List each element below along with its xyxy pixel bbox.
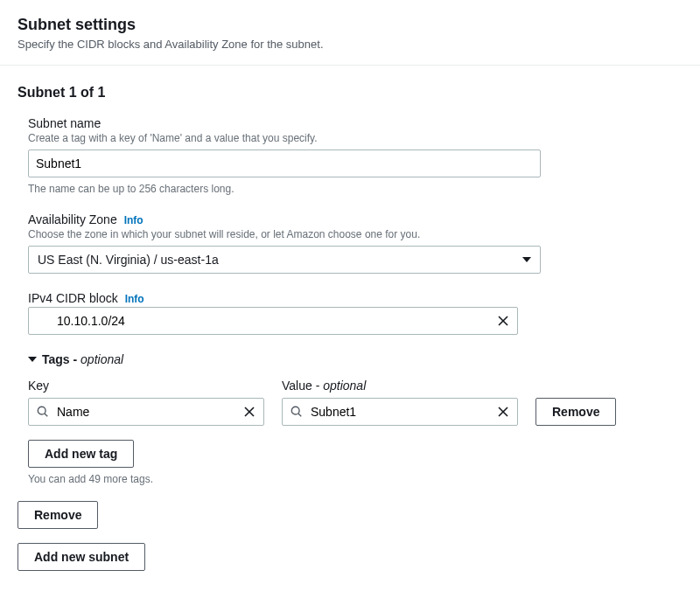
page-header: Subnet settings Specify the CIDR blocks … (0, 0, 700, 66)
svg-line-9 (298, 414, 301, 416)
tag-key-input[interactable] (28, 398, 264, 426)
chevron-down-icon (28, 357, 37, 362)
tags-toggle[interactable]: Tags - optional (18, 352, 682, 366)
az-select[interactable]: US East (N. Virginia) / us-east-1a (28, 246, 541, 274)
subnet-name-help: Create a tag with a key of 'Name' and a … (28, 132, 682, 144)
page-title: Subnet settings (18, 16, 682, 34)
clear-icon[interactable] (497, 315, 509, 327)
search-icon (290, 406, 303, 418)
tag-value-optional: optional (323, 379, 366, 393)
cidr-input[interactable] (28, 307, 518, 335)
cidr-field: IPv4 CIDR block Info (18, 291, 682, 335)
subnet-name-input[interactable] (28, 150, 541, 177)
remove-subnet-button[interactable]: Remove (18, 501, 98, 529)
svg-point-4 (38, 407, 46, 414)
chevron-down-icon (522, 257, 531, 262)
az-label: Availability Zone (28, 212, 117, 226)
tag-limit-note: You can add 49 more tags. (28, 473, 682, 485)
page-subtitle: Specify the CIDR blocks and Availability… (18, 38, 682, 51)
tags-optional: optional (80, 352, 123, 366)
tag-value-label: Value - (282, 379, 323, 393)
subnet-name-label: Subnet name (28, 116, 682, 130)
tag-value-input[interactable] (282, 398, 518, 426)
cidr-info-link[interactable]: Info (125, 293, 144, 305)
add-subnet-button[interactable]: Add new subnet (18, 543, 145, 571)
subnet-counter: Subnet 1 of 1 (18, 85, 682, 101)
cidr-label: IPv4 CIDR block (28, 291, 118, 305)
tags-label: Tags - (42, 352, 80, 366)
az-help: Choose the zone in which your subnet wil… (28, 228, 682, 240)
clear-icon[interactable] (243, 406, 256, 418)
add-tag-button[interactable]: Add new tag (28, 440, 134, 468)
search-icon (37, 406, 49, 418)
svg-point-8 (291, 407, 299, 414)
remove-tag-button[interactable]: Remove (536, 398, 616, 426)
clear-icon[interactable] (497, 406, 509, 418)
az-info-link[interactable]: Info (124, 214, 144, 226)
subnet-name-field: Subnet name Create a tag with a key of '… (18, 116, 682, 195)
az-field: Availability Zone Info Choose the zone i… (18, 212, 682, 274)
svg-line-5 (45, 414, 47, 416)
subnet-section: Subnet 1 of 1 Subnet name Create a tag w… (0, 66, 700, 588)
tag-row: Remove (18, 398, 682, 426)
az-select-value: US East (N. Virginia) / us-east-1a (38, 253, 219, 267)
subnet-name-note: The name can be up to 256 characters lon… (28, 183, 682, 195)
tag-column-labels: Key Value - optional (18, 379, 682, 393)
tag-key-label: Key (28, 379, 264, 393)
